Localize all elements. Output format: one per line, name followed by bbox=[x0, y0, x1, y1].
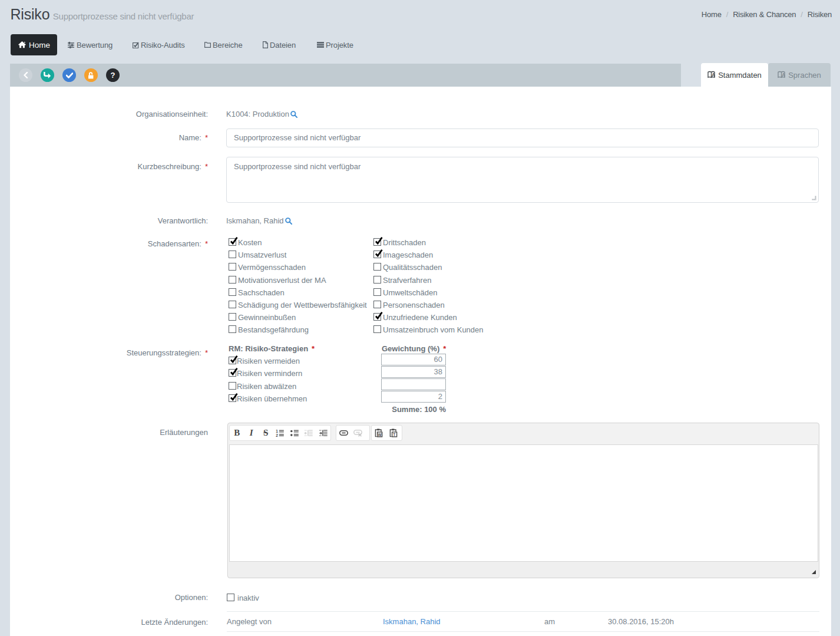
svg-text:2: 2 bbox=[276, 433, 279, 436]
svg-text:T: T bbox=[393, 433, 395, 437]
svg-text:W: W bbox=[378, 433, 382, 437]
svg-text:A: A bbox=[782, 72, 785, 78]
svg-text:A: A bbox=[712, 72, 715, 78]
